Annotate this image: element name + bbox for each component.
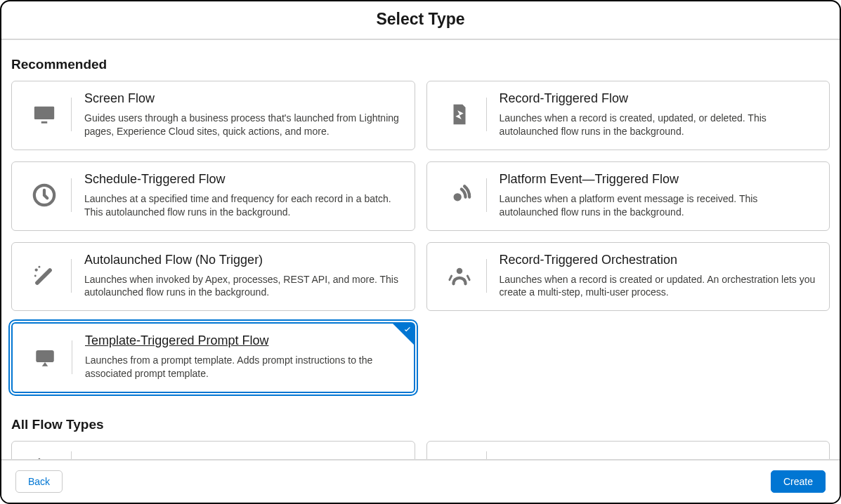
screen-icon xyxy=(25,102,64,126)
back-button[interactable]: Back xyxy=(15,470,63,493)
card-title: Template-Triggered Prompt Flow xyxy=(85,333,401,348)
dialog-footer: Back Create xyxy=(1,459,840,503)
magic-wand-icon xyxy=(25,456,64,459)
card-title: Record-Triggered Orchestration xyxy=(500,253,817,267)
card-title: Platform Event—Triggered Flow xyxy=(500,172,817,187)
card-desc: Launches from a prompt template. Adds pr… xyxy=(85,354,401,380)
magic-wand-icon xyxy=(25,264,64,288)
card-title: Screen Flow xyxy=(84,91,402,106)
card-desc: Launches when a record is created or upd… xyxy=(500,273,817,300)
selected-check-icon xyxy=(393,324,414,345)
card-autolaunched-flow-all[interactable]: Autolaunched Flow (No Trigger) xyxy=(11,441,415,459)
card-platform-event-flow[interactable]: Platform Event—Triggered Flow Launches w… xyxy=(426,161,830,231)
card-title: Autolaunched Flow (No Trigger) xyxy=(84,458,402,459)
card-desc: Launches when a record is created, updat… xyxy=(500,112,817,138)
section-title-all: All Flow Types xyxy=(11,417,830,432)
card-desc: Launches at a specified time and frequen… xyxy=(84,192,402,219)
recommended-grid: Screen Flow Guides users through a busin… xyxy=(11,81,830,393)
card-title: Schedule-Triggered Flow xyxy=(84,172,402,187)
card-title: Record-Triggered Flow xyxy=(500,91,817,106)
svg-rect-1 xyxy=(41,121,48,124)
svg-point-8 xyxy=(456,268,462,274)
card-title: Autolaunched Orchestration (No Trigger) xyxy=(500,458,817,459)
select-type-dialog: Select Type Recommended Screen Flow Guid… xyxy=(0,0,841,504)
card-title: Autolaunched Flow (No Trigger) xyxy=(84,253,402,267)
orchestration-icon xyxy=(440,456,479,459)
prompt-icon xyxy=(25,345,65,369)
dialog-header: Select Type xyxy=(1,1,840,40)
svg-rect-0 xyxy=(34,107,54,119)
svg-point-5 xyxy=(35,268,38,271)
card-template-triggered-prompt-flow[interactable]: Template-Triggered Prompt Flow Launches … xyxy=(11,322,415,393)
card-autolaunched-flow[interactable]: Autolaunched Flow (No Trigger) Launches … xyxy=(11,242,415,312)
card-autolaunched-orchestration-all[interactable]: Autolaunched Orchestration (No Trigger) xyxy=(426,441,830,459)
clock-icon xyxy=(25,183,64,207)
dialog-title: Select Type xyxy=(1,10,840,29)
card-desc: Launches when a platform event message i… xyxy=(500,192,817,219)
card-desc: Guides users through a business process … xyxy=(84,112,402,138)
create-button[interactable]: Create xyxy=(771,470,826,493)
card-record-triggered-orchestration[interactable]: Record-Triggered Orchestration Launches … xyxy=(426,242,830,312)
broadcast-icon xyxy=(440,183,479,207)
svg-point-12 xyxy=(39,458,41,459)
svg-rect-9 xyxy=(36,350,54,362)
section-title-recommended: Recommended xyxy=(11,57,830,72)
card-desc: Launches when invoked by Apex, processes… xyxy=(84,273,402,300)
card-record-triggered-flow[interactable]: Record-Triggered Flow Launches when a re… xyxy=(426,81,830,150)
record-icon xyxy=(440,102,479,126)
card-screen-flow[interactable]: Screen Flow Guides users through a busin… xyxy=(11,81,415,150)
orchestration-icon xyxy=(440,264,479,288)
card-schedule-triggered-flow[interactable]: Schedule-Triggered Flow Launches at a sp… xyxy=(11,161,415,231)
svg-point-6 xyxy=(39,266,41,268)
svg-point-7 xyxy=(34,275,37,277)
dialog-body[interactable]: Recommended Screen Flow Guides users thr… xyxy=(1,40,840,459)
all-grid: Autolaunched Flow (No Trigger) Autolaunc… xyxy=(11,441,830,459)
svg-point-3 xyxy=(453,193,461,201)
